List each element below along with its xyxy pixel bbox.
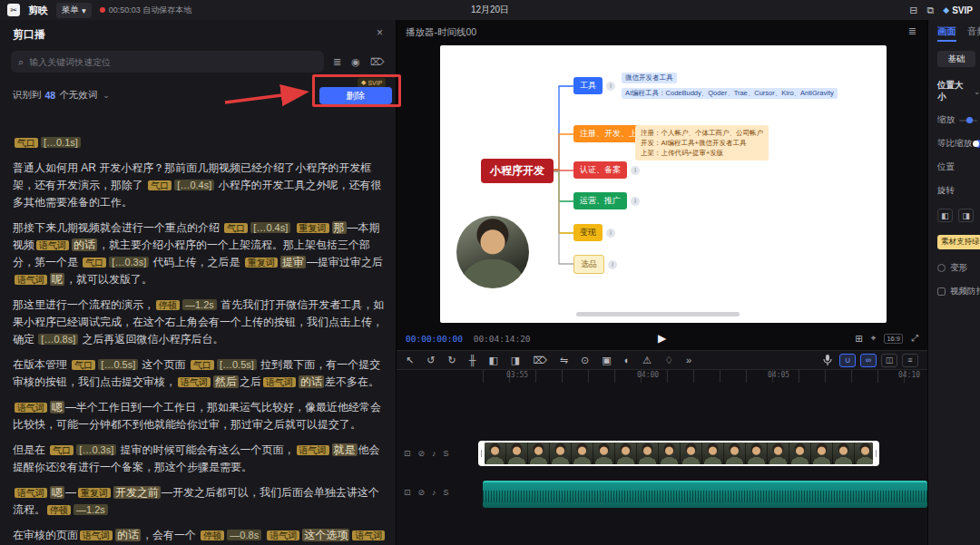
highlighted-word[interactable]: 这个选项 xyxy=(302,529,349,541)
search-input[interactable] xyxy=(29,57,317,67)
tab-picture[interactable]: 画面 xyxy=(937,25,956,42)
player-menu-icon[interactable]: ≣ xyxy=(908,25,916,37)
undo-icon[interactable]: ↺ xyxy=(426,355,435,366)
lock-icon[interactable]: ⊘ xyxy=(418,449,426,458)
filler-tag[interactable]: 语气词 xyxy=(267,530,299,540)
align-left-icon[interactable]: ◧ xyxy=(937,209,953,222)
cover-icon[interactable]: ⊡ xyxy=(404,449,411,458)
filler-tag[interactable]: 重复词 xyxy=(245,258,278,268)
section-position-size[interactable]: 位置大小 ⌄ xyxy=(937,80,980,103)
filler-tag[interactable]: 气口 xyxy=(15,138,38,148)
highlighted-word[interactable]: 就是 xyxy=(332,443,358,456)
info-icon[interactable]: i xyxy=(606,82,615,91)
info-icon[interactable]: i xyxy=(631,197,640,206)
select-tool-icon[interactable]: ↖ xyxy=(406,355,414,366)
mute-icon[interactable]: ♪ xyxy=(432,449,436,458)
canvas-scrollbar[interactable] xyxy=(576,312,740,316)
info-icon[interactable]: i xyxy=(606,229,615,238)
highlighted-word[interactable]: 然后 xyxy=(213,375,239,388)
filler-tag[interactable]: 语气词 xyxy=(297,445,329,455)
pause-chip[interactable]: […0.3s] xyxy=(76,444,116,455)
filler-tag[interactable]: 气口 xyxy=(50,445,74,455)
filler-tag[interactable]: 语气词 xyxy=(352,530,385,540)
solo-label[interactable]: S xyxy=(444,488,449,497)
filler-tag[interactable]: 语气词 xyxy=(15,403,47,413)
filler-tag[interactable]: 语气词 xyxy=(80,530,113,540)
filler-tag[interactable]: 重复词 xyxy=(78,488,111,498)
mindmap-branch-certify[interactable]: 认证、备案 i xyxy=(573,161,640,179)
detected-words-row[interactable]: 识别到 48 个无效词 ⌄ xyxy=(13,89,110,102)
preview-quality-icon[interactable]: ⊞ xyxy=(855,334,862,344)
mask-icon[interactable]: ◐ xyxy=(624,355,631,365)
delete-icon[interactable]: ⌦ xyxy=(533,355,547,366)
deform-radio[interactable] xyxy=(937,264,946,272)
highlighted-word[interactable]: 那 xyxy=(332,221,347,234)
filler-tag[interactable]: 气口 xyxy=(148,180,172,190)
pause-chip[interactable]: —1.2s xyxy=(182,299,217,310)
transcript-paragraph[interactable]: 气口[…0.1s] xyxy=(13,134,388,151)
transcript-paragraph[interactable]: 那接下来几期视频就会进行一个重点的介绍 气口[…0.4s] 重复词那—本期视频语… xyxy=(13,219,388,288)
eye-icon[interactable]: ◉ xyxy=(351,56,360,68)
menu-button[interactable]: 菜单 ▾ xyxy=(56,3,92,18)
stabilize-checkbox[interactable] xyxy=(937,287,946,296)
pause-chip[interactable]: […0.5s] xyxy=(217,359,257,370)
pause-chip[interactable]: —1.2s xyxy=(74,504,108,515)
redo-icon[interactable]: ↻ xyxy=(447,355,456,366)
more-icon[interactable]: » xyxy=(686,355,691,365)
clip-trim-handle-right[interactable] xyxy=(873,441,879,466)
panel-toggle-icon[interactable]: ≡ xyxy=(902,354,918,367)
info-icon[interactable]: i xyxy=(631,166,640,175)
transcript-paragraph[interactable]: 在版本管理 气口[…0.5s] 这个页面 气口[…0.5s] 拉到最下面，有一个… xyxy=(13,356,388,391)
search-box[interactable]: ⌕ xyxy=(11,51,324,73)
pause-chip[interactable]: […0.3s] xyxy=(109,257,149,268)
transcript-paragraph[interactable]: 在审核的页面语气词的话，会有一个 停顿—0.8s 语气词这个选项语气词就是是否加… xyxy=(13,527,388,545)
layout-icon[interactable]: ⊟ xyxy=(909,5,917,16)
filler-tag[interactable]: 语气词 xyxy=(15,488,47,498)
split-icon[interactable]: ╫ xyxy=(469,355,476,365)
pause-chip[interactable]: […0.4s] xyxy=(174,180,214,190)
filler-tag[interactable]: 语气词 xyxy=(178,377,211,387)
magnet-toggle-icon[interactable]: ∪ xyxy=(839,354,856,367)
scale-slider[interactable] xyxy=(959,120,977,122)
mindmap-branch-tools[interactable]: 工具 i xyxy=(573,77,615,94)
audio-clip[interactable] xyxy=(483,481,927,508)
mindmap-branch-products[interactable]: 选品 i xyxy=(573,255,617,274)
pause-chip[interactable]: —0.8s xyxy=(227,530,261,540)
lock-icon[interactable]: ⊘ xyxy=(418,488,426,497)
mirror-icon[interactable]: ⇋ xyxy=(560,355,568,366)
pause-chip[interactable]: […0.4s] xyxy=(250,222,290,233)
info-icon[interactable]: i xyxy=(608,260,617,269)
effects-icon[interactable]: ♢ xyxy=(664,355,673,366)
transcript-paragraph[interactable]: 语气词嗯—半个工作日到一个工作日，那如果运气比较好，像最近他经常会比较快，可能一… xyxy=(13,399,388,433)
mindmap-branch-monetize[interactable]: 变现 i xyxy=(573,224,615,241)
highlighted-word[interactable]: 开发之前 xyxy=(113,486,161,499)
sort-icon[interactable]: ≣ xyxy=(333,56,341,68)
uniform-scale-toggle[interactable] xyxy=(976,140,980,148)
play-button[interactable]: ▶ xyxy=(658,332,666,345)
cover-icon[interactable]: ⊡ xyxy=(404,488,411,497)
microphone-icon[interactable] xyxy=(822,354,833,366)
highlighted-word[interactable]: 提审 xyxy=(280,256,306,268)
mute-icon[interactable]: ♪ xyxy=(432,488,436,497)
delete-invalid-words-button[interactable]: 删除 xyxy=(319,87,392,104)
preview-canvas[interactable]: 小程序开发 工具 i 注册、开发、上架 i 认证、备案 i 运营、推广 i 变现… xyxy=(440,45,887,323)
mindmap-root-node[interactable]: 小程序开发 xyxy=(481,159,554,183)
highlighted-word[interactable]: 的话 xyxy=(72,238,97,251)
filler-tag[interactable]: 停顿 xyxy=(201,530,224,540)
pause-chip[interactable]: […0.8s] xyxy=(38,334,78,345)
video-clip[interactable] xyxy=(483,441,875,466)
link-toggle-icon[interactable]: ∞ xyxy=(860,354,877,367)
highlighted-word[interactable]: 的话 xyxy=(299,375,324,388)
timeline-ruler[interactable]: 03:5504:0004:0504:10 xyxy=(483,370,927,383)
tab-basic[interactable]: 基础 xyxy=(937,51,975,67)
filler-tag[interactable]: 停顿 xyxy=(47,505,71,515)
fullscreen-icon[interactable]: ⤢ xyxy=(911,333,918,344)
ratio-label[interactable]: 16:9 xyxy=(884,334,903,344)
display-icon[interactable]: ⧉ xyxy=(926,5,934,16)
trim-left-icon[interactable]: ◧ xyxy=(488,355,497,366)
filler-tag[interactable]: 语气词 xyxy=(36,240,69,250)
filler-tag[interactable]: 语气词 xyxy=(15,275,47,285)
snapshot-icon[interactable]: ⌖ xyxy=(871,333,877,344)
highlighted-word[interactable]: 嗯 xyxy=(50,486,64,499)
transcript-paragraph[interactable]: 那这里进行一个流程的演示，停顿—1.2s 首先我们打开微信开发者工具，如果小程序… xyxy=(13,297,388,348)
